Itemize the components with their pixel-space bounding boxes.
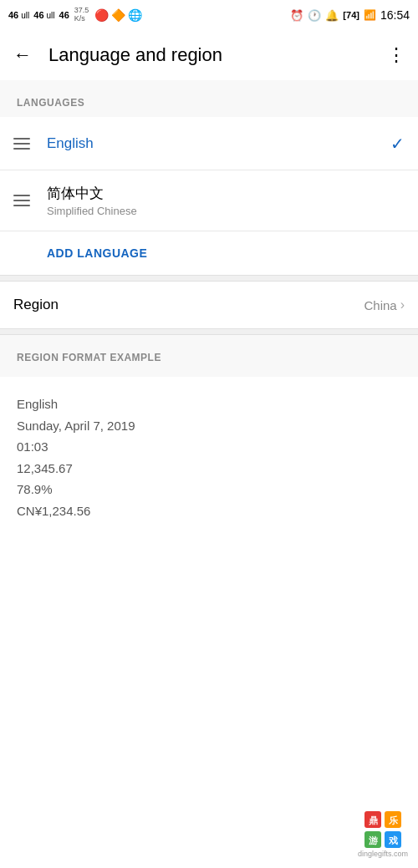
watermark-logo-icon: 鼎 乐 游 戏 <box>364 811 401 848</box>
status-left: 46 ull 46 ull 46 37.5K/s 🔴 🔶 🌐 <box>8 7 142 23</box>
signal-text: 46 <box>8 10 18 20</box>
more-options-button[interactable]: ⋮ <box>387 44 405 66</box>
english-language-name: English <box>47 135 390 152</box>
section-divider-2 <box>0 328 418 335</box>
alarm-icon: ⏰ <box>290 9 303 22</box>
format-line-1: Sunday, April 7, 2019 <box>17 415 401 437</box>
section-divider <box>0 275 418 282</box>
app-icon-3: 🌐 <box>128 8 142 22</box>
region-label: Region <box>13 297 364 313</box>
add-language-label: ADD LANGUAGE <box>47 246 147 260</box>
region-value: China <box>364 298 396 312</box>
wifi-icon: 📶 <box>364 9 376 21</box>
svg-text:游: 游 <box>368 835 378 845</box>
format-header-label: REGION FORMAT EXAMPLE <box>17 352 161 363</box>
time-display: 16:54 <box>380 8 410 22</box>
status-bar: 46 ull 46 ull 46 37.5K/s 🔴 🔶 🌐 ⏰ 🕐 🔔 [74… <box>0 0 418 30</box>
app-icon-2: 🔶 <box>111 8 125 22</box>
app-bar: ← Language and region ⋮ <box>0 30 418 80</box>
signal-text3: 46 <box>59 10 69 20</box>
drag-line-1 <box>13 138 30 140</box>
format-line-4: 78.9% <box>17 479 401 500</box>
svg-text:鼎: 鼎 <box>368 815 377 825</box>
drag-handle-chinese[interactable] <box>13 195 30 206</box>
page-title: Language and region <box>48 44 387 66</box>
format-section: REGION FORMAT EXAMPLE <box>0 335 418 377</box>
languages-section-header: LANGUAGES <box>0 80 418 117</box>
clock-icon: 🕐 <box>308 9 321 22</box>
add-language-button[interactable]: ADD LANGUAGE <box>0 231 418 275</box>
chinese-language-name-main: 简体中文 <box>47 184 405 203</box>
language-item-english[interactable]: English ✓ <box>0 117 418 170</box>
status-right: ⏰ 🕐 🔔 [74] 📶 16:54 <box>290 8 410 22</box>
languages-header-label: LANGUAGES <box>17 97 84 109</box>
languages-list: English ✓ 简体中文 Simplified Chinese ADD LA… <box>0 117 418 275</box>
back-button[interactable]: ← <box>13 44 32 66</box>
format-section-header: REGION FORMAT EXAMPLE <box>0 335 418 377</box>
format-content: English Sunday, April 7, 2019 01:03 12,3… <box>0 377 418 546</box>
svg-text:乐: 乐 <box>388 815 397 825</box>
format-line-3: 12,345.67 <box>17 458 401 480</box>
format-line-0: English <box>17 393 401 415</box>
speed-indicator: 37.5K/s <box>74 7 89 23</box>
drag-line-4 <box>13 195 30 196</box>
format-line-5: CN¥1,234.56 <box>17 500 401 522</box>
chinese-language-name-sub: Simplified Chinese <box>47 205 405 217</box>
watermark-url: dinglegifts.com <box>358 850 408 858</box>
drag-line-2 <box>13 143 30 145</box>
active-language-check-icon: ✓ <box>390 134 405 154</box>
drag-line-6 <box>13 205 30 206</box>
svg-text:戏: 戏 <box>387 835 397 845</box>
signal-dot: ull <box>21 11 29 20</box>
signal-dot2: ull <box>47 11 55 20</box>
drag-line-5 <box>13 200 30 201</box>
bell-icon: 🔔 <box>325 9 339 22</box>
app-icon-1: 🔴 <box>94 8 109 22</box>
battery-indicator: [74] <box>343 10 359 20</box>
drag-handle-english[interactable] <box>13 138 30 150</box>
signal-text2: 46 <box>33 10 43 20</box>
format-line-2: 01:03 <box>17 436 401 458</box>
region-row[interactable]: Region China › <box>0 282 418 328</box>
region-chevron-icon: › <box>400 297 405 312</box>
chinese-language-names: 简体中文 Simplified Chinese <box>47 184 405 217</box>
drag-line-3 <box>13 148 30 150</box>
watermark: 鼎 乐 游 戏 dinglegifts.com <box>358 811 408 858</box>
language-item-chinese[interactable]: 简体中文 Simplified Chinese <box>0 170 418 231</box>
